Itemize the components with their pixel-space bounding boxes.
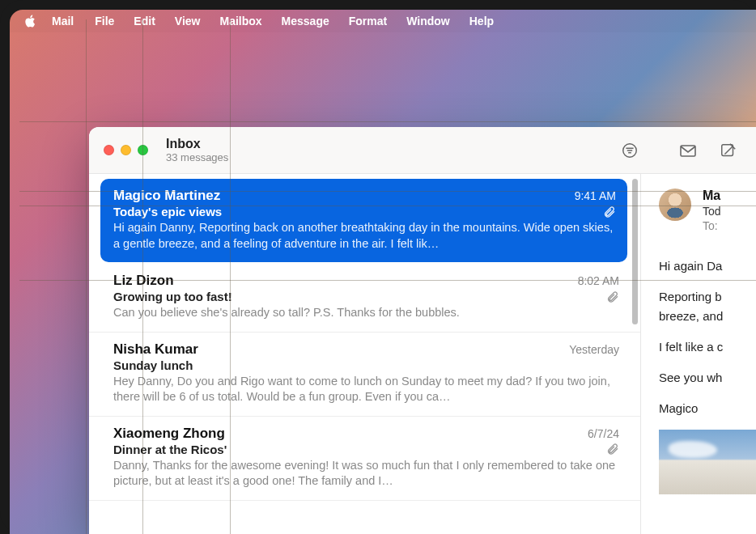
mail-icon[interactable] <box>675 139 701 162</box>
compose-button[interactable] <box>716 139 741 162</box>
menu-mailbox[interactable]: Mailbox <box>210 15 271 28</box>
message-row[interactable]: Magico Martinez9:41 AMToday's epic views… <box>100 179 627 262</box>
preview-text: Hey Danny, Do you and Rigo want to come … <box>113 374 619 405</box>
message-row[interactable]: Nisha KumarYesterdaySunday lunchHey Dann… <box>89 333 640 417</box>
menu-file[interactable]: File <box>85 15 124 28</box>
attachment-icon <box>606 443 619 456</box>
time: 9:41 AM <box>575 189 616 202</box>
subject: Growing up too fast! <box>113 290 603 303</box>
menu-bar: Mail File Edit View Mailbox Message Form… <box>10 10 756 32</box>
attachment-icon <box>606 290 619 303</box>
mail-window: Inbox 33 messages Magico Martinez9:41 AM… <box>89 127 756 534</box>
subject: Sunday lunch <box>113 358 619 372</box>
preview-to: To: <box>703 219 721 232</box>
scrollbar-thumb[interactable] <box>632 179 638 324</box>
scrollbar[interactable] <box>632 179 638 529</box>
menu-app[interactable]: Mail <box>52 15 85 28</box>
svg-rect-5 <box>722 144 733 155</box>
preview-subject: Tod <box>703 205 721 218</box>
menu-format[interactable]: Format <box>339 15 397 28</box>
sender: Liz Dizon <box>113 273 578 289</box>
filter-button[interactable] <box>617 139 643 162</box>
minimize-button[interactable] <box>121 145 131 155</box>
zoom-button[interactable] <box>138 145 148 155</box>
time: Yesterday <box>569 343 619 356</box>
menu-window[interactable]: Window <box>397 15 460 28</box>
message-preview: Ma Tod To: Hi again Da Reporting b breez… <box>641 174 756 534</box>
message-row[interactable]: Xiaomeng Zhong6/7/24Dinner at the Ricos'… <box>89 417 640 501</box>
sender: Nisha Kumar <box>113 341 569 358</box>
preview-from: Ma <box>703 189 721 203</box>
avatar[interactable] <box>659 189 691 221</box>
preview-attachment-image[interactable] <box>659 430 756 494</box>
preview-text: Hi again Danny, Reporting back on anothe… <box>113 220 616 252</box>
window-controls <box>104 145 148 155</box>
subject: Today's epic views <box>113 205 600 218</box>
toolbar: Inbox 33 messages <box>89 127 756 174</box>
preview-text: Can you believe she's already so tall? P… <box>113 305 619 321</box>
menu-help[interactable]: Help <box>460 15 503 28</box>
time: 6/7/24 <box>588 427 619 440</box>
close-button[interactable] <box>104 145 114 155</box>
menu-message[interactable]: Message <box>272 15 339 28</box>
menu-edit[interactable]: Edit <box>124 15 164 28</box>
sender: Magico Martinez <box>113 188 575 204</box>
sender: Xiaomeng Zhong <box>113 426 588 442</box>
mailbox-title: Inbox <box>166 137 228 151</box>
menu-view[interactable]: View <box>165 15 210 28</box>
svg-rect-4 <box>681 146 695 156</box>
preview-text: Danny, Thanks for the awesome evening! I… <box>113 458 619 490</box>
attachment-icon <box>603 206 616 218</box>
apple-menu-icon[interactable] <box>24 15 37 28</box>
subject: Dinner at the Ricos' <box>113 443 603 456</box>
preview-body: Hi again Da Reporting b breeze, and I fe… <box>659 256 756 418</box>
message-count: 33 messages <box>166 152 228 163</box>
message-list: Magico Martinez9:41 AMToday's epic views… <box>89 174 641 534</box>
message-row[interactable]: Liz Dizon8:02 AMGrowing up too fast!Can … <box>89 264 640 333</box>
time: 8:02 AM <box>578 274 619 287</box>
